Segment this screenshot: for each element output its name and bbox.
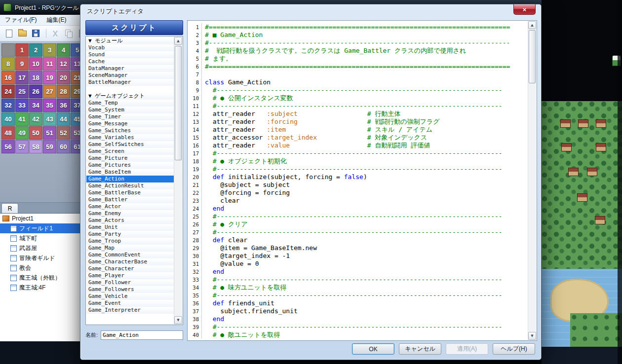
- region-tile[interactable]: [1, 43, 15, 57]
- tree-item[interactable]: 魔王城（外観）: [0, 273, 80, 283]
- script-list-item[interactable]: Game_Actor: [86, 203, 174, 210]
- script-list-item[interactable]: Game_Party: [86, 231, 174, 238]
- script-list-item[interactable]: DataManager: [86, 65, 174, 72]
- region-tile[interactable]: 11: [43, 57, 56, 71]
- region-tile[interactable]: 17: [15, 71, 29, 84]
- script-list-item[interactable]: Game_CommonEvent: [86, 252, 174, 258]
- region-tile[interactable]: 12: [57, 57, 70, 71]
- scroll-down-button[interactable]: ▼: [528, 332, 536, 340]
- region-tile[interactable]: 50: [29, 126, 42, 140]
- menu-file[interactable]: ファイル(F): [0, 14, 41, 26]
- tree-item[interactable]: フィールド1: [0, 223, 80, 233]
- cut-button[interactable]: [49, 28, 61, 39]
- script-list-item[interactable]: BattleManager: [86, 79, 174, 86]
- script-list-item[interactable]: Vocab: [86, 44, 174, 51]
- region-tile[interactable]: 59: [43, 140, 56, 153]
- copy-button[interactable]: [63, 28, 75, 39]
- script-list-item[interactable]: SceneManager: [86, 72, 174, 79]
- region-tile[interactable]: 57: [15, 140, 29, 153]
- region-tile[interactable]: 53: [71, 126, 80, 140]
- region-tile[interactable]: 43: [43, 112, 56, 126]
- script-list-item[interactable]: Game_Enemy: [86, 210, 174, 217]
- script-list-item[interactable]: Game_BattlerBase: [86, 189, 174, 196]
- script-list-item[interactable]: Game_Switches: [86, 127, 174, 134]
- scroll-down-button[interactable]: ▼: [174, 316, 182, 324]
- region-tile[interactable]: 20: [57, 71, 70, 84]
- region-tile[interactable]: 8: [1, 57, 15, 71]
- script-list-item[interactable]: Game_System: [86, 107, 174, 113]
- dialog-button-[interactable]: キャンセル: [399, 343, 441, 355]
- save-project-button[interactable]: [30, 28, 41, 39]
- region-tile[interactable]: 35: [43, 99, 56, 112]
- code-scrollbar[interactable]: ▲ ▼: [528, 21, 536, 340]
- script-section-header[interactable]: ▼ ゲームオブジェクト: [86, 93, 174, 100]
- script-list-item[interactable]: Game_Pictures: [86, 162, 174, 169]
- region-tile[interactable]: 51: [43, 126, 56, 140]
- scroll-up-button[interactable]: ▲: [528, 21, 536, 29]
- scrollbar-thumb[interactable]: [175, 46, 182, 160]
- script-list-item[interactable]: Sound: [86, 51, 174, 58]
- region-tile[interactable]: 45: [71, 112, 80, 126]
- script-list-item[interactable]: Game_ActionResult: [86, 182, 174, 189]
- script-list-item[interactable]: Game_Character: [86, 265, 174, 272]
- script-list-item[interactable]: Game_Unit: [86, 224, 174, 231]
- region-tile[interactable]: 3: [43, 43, 56, 57]
- region-tile[interactable]: 1: [15, 43, 29, 57]
- region-tile[interactable]: 40: [1, 112, 15, 126]
- script-list-item[interactable]: Game_Action: [86, 176, 174, 182]
- region-tile[interactable]: 42: [29, 112, 42, 126]
- script-list-item[interactable]: Game_Follower: [86, 279, 174, 286]
- scroll-up-button[interactable]: ▲: [174, 37, 182, 45]
- tree-item[interactable]: 城下町: [0, 233, 80, 243]
- script-list-item[interactable]: Game_Message: [86, 120, 174, 127]
- region-tile[interactable]: 29: [71, 85, 80, 98]
- region-tile[interactable]: 27: [43, 85, 56, 98]
- tree-item[interactable]: 冒険者ギルド: [0, 253, 80, 263]
- menu-edit[interactable]: 編集(E): [41, 14, 71, 26]
- dialog-button-h[interactable]: ヘルプ(H): [493, 343, 535, 355]
- region-tile[interactable]: 58: [29, 140, 42, 153]
- region-tile[interactable]: 34: [29, 99, 42, 112]
- tree-item[interactable]: 武器屋: [0, 243, 80, 253]
- script-list-item[interactable]: Game_Event: [86, 300, 174, 307]
- region-tile[interactable]: 13: [71, 57, 80, 71]
- script-list-item[interactable]: Game_Followers: [86, 286, 174, 293]
- dialog-close-button[interactable]: ×: [513, 4, 536, 15]
- code-editor[interactable]: 1#======================================…: [187, 20, 537, 341]
- new-project-button[interactable]: [3, 28, 15, 39]
- dialog-button-ok[interactable]: OK: [352, 343, 394, 355]
- script-section-header[interactable]: ▼ モジュール: [86, 37, 174, 44]
- region-tile[interactable]: 10: [29, 57, 42, 71]
- region-tile[interactable]: 25: [15, 85, 29, 98]
- region-tile[interactable]: 18: [29, 71, 42, 84]
- script-list-item[interactable]: Game_CharacterBase: [86, 258, 174, 265]
- script-list-item[interactable]: Game_Interpreter: [86, 307, 174, 314]
- region-tile[interactable]: 26: [29, 85, 42, 98]
- region-tile[interactable]: 33: [15, 99, 29, 112]
- script-list-scrollbar[interactable]: ▲ ▼: [174, 37, 182, 324]
- region-tile[interactable]: 9: [15, 57, 29, 71]
- map-canvas[interactable]: [542, 0, 622, 364]
- region-tile[interactable]: 2: [29, 43, 42, 57]
- script-list-item[interactable]: Cache: [86, 58, 174, 65]
- script-list-item[interactable]: Game_Screen: [86, 148, 174, 155]
- region-tile[interactable]: 21: [71, 71, 80, 84]
- region-tile[interactable]: 37: [71, 99, 80, 112]
- script-list-item[interactable]: Game_Picture: [86, 155, 174, 162]
- script-list-item[interactable]: Game_Troop: [86, 238, 174, 245]
- script-list-item[interactable]: Game_Variables: [86, 134, 174, 141]
- script-list-item[interactable]: Game_Battler: [86, 196, 174, 203]
- region-tile[interactable]: 41: [15, 112, 29, 126]
- region-tile[interactable]: 24: [1, 85, 15, 98]
- region-tile[interactable]: 61: [71, 140, 80, 153]
- region-tile[interactable]: 49: [15, 126, 29, 140]
- region-tile[interactable]: 32: [1, 99, 15, 112]
- region-tile[interactable]: 19: [43, 71, 56, 84]
- palette-tab-region[interactable]: R: [1, 203, 18, 213]
- script-list-item[interactable]: Game_Actors: [86, 217, 174, 224]
- scrollbar-thumb[interactable]: [529, 30, 536, 83]
- script-list-item[interactable]: Game_Map: [86, 245, 174, 252]
- script-list-item[interactable]: Game_Timer: [86, 113, 174, 120]
- script-list-item[interactable]: Game_Temp: [86, 100, 174, 107]
- tree-item[interactable]: 魔王城:4F: [0, 283, 80, 292]
